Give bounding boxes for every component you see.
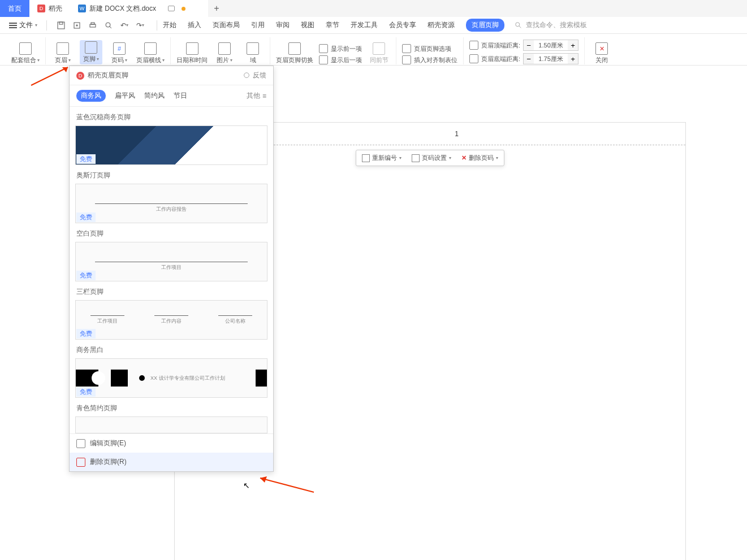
quick-access-toolbar: ↶▾ ↷▾ (56, 20, 145, 31)
top-increase[interactable]: + (568, 40, 578, 50)
ribbon-tabs: 开始 插入 页面布局 引用 审阅 视图 章节 开发工具 会员专享 稻壳资源 页眉… (163, 19, 504, 32)
command-search[interactable]: 查找命令、搜索模板 (515, 20, 587, 30)
svg-rect-1 (59, 22, 63, 24)
style-tabs: 商务风 扁平风 简约风 节日 其他 ≡ (70, 85, 273, 107)
search-icon (515, 21, 523, 29)
ribbon-tab-view[interactable]: 视图 (301, 20, 314, 30)
page-setup-icon (412, 154, 420, 162)
svg-rect-3 (90, 24, 96, 27)
field-button[interactable]: 域 (241, 42, 264, 64)
other-styles[interactable]: 其他 ≡ (247, 91, 266, 101)
chat-icon (243, 72, 251, 80)
tab-docer[interactable]: D 稻壳 (29, 0, 70, 17)
header-top-distance: 页眉顶端距离: −1.50厘米+ (469, 40, 578, 51)
dropdown-title: D稻壳页眉页脚 (76, 71, 128, 80)
hf-options-button[interactable]: 页眉页脚选项 (402, 44, 457, 53)
style-tab-business[interactable]: 商务风 (76, 90, 106, 102)
page-setup-button[interactable]: 页码设置▾ (408, 153, 455, 163)
header-floating-toolbar: 重新编号▾ 页码设置▾ ✕删除页码▾ (356, 150, 504, 166)
style-tab-festival[interactable]: 节日 (174, 91, 187, 101)
header-line-button[interactable]: 页眉横线▾ (136, 42, 165, 64)
docer-icon: D (37, 5, 45, 12)
redo-button[interactable]: ↷▾ (135, 20, 145, 31)
undo-button[interactable]: ↶▾ (119, 20, 129, 31)
ribbon-tab-layout[interactable]: 页面布局 (213, 20, 240, 30)
close-hf-button[interactable]: ✕关闭 (590, 42, 613, 64)
renumber-icon (362, 154, 370, 162)
renumber-button[interactable]: 重新编号▾ (359, 153, 405, 163)
datetime-button[interactable]: 日期和时间 (176, 42, 208, 64)
footer-bottom-distance: 页眉底端距离: −1.75厘米+ (469, 53, 578, 64)
edit-icon (76, 439, 85, 448)
show-next-button[interactable]: 显示后一项 (319, 55, 362, 64)
svg-point-5 (106, 23, 110, 27)
export-button[interactable] (72, 20, 82, 31)
add-tab-button[interactable]: + (208, 0, 225, 17)
template-item[interactable]: 青色简约页脚 (70, 398, 273, 433)
delete-icon (76, 458, 85, 467)
cursor-icon: ↖ (243, 481, 250, 490)
workspace: D稻壳页眉页脚 反馈 商务风 扁平风 简约风 节日 其他 ≡ 蓝色沉稳商务页脚 … (0, 66, 747, 560)
style-tab-flat[interactable]: 扁平风 (115, 91, 135, 101)
tab-home[interactable]: 首页 (0, 0, 29, 17)
bottom-increase[interactable]: + (568, 54, 578, 64)
ribbon-tab-start[interactable]: 开始 (163, 20, 176, 30)
template-list: 蓝色沉稳商务页脚 免费 奥斯汀页脚 工作内容报告免费 空白页脚 工作项目免费 三… (70, 107, 273, 433)
svg-point-7 (244, 72, 249, 77)
svg-line-8 (31, 67, 68, 85)
word-icon: W (78, 5, 86, 12)
footer-gallery-dropdown: D稻壳页眉页脚 反馈 商务风 扁平风 简约风 节日 其他 ≡ 蓝色沉稳商务页脚 … (69, 66, 274, 472)
ribbon-tab-member[interactable]: 会员专享 (389, 20, 416, 30)
hamburger-icon (9, 21, 17, 29)
bottom-value: 1.75厘米 (534, 55, 568, 63)
template-item[interactable]: 空白页脚 工作项目免费 (70, 223, 273, 281)
delete-icon: ✕ (461, 154, 467, 162)
unsaved-dot (182, 7, 185, 11)
tab-document[interactable]: W 新建 DOCX 文档.docx (70, 0, 208, 17)
docer-dot-icon: D (76, 72, 84, 80)
template-item[interactable]: 奥斯汀页脚 工作内容报告免费 (70, 165, 273, 223)
footer-button[interactable]: 页脚▾ (80, 40, 102, 64)
page-number: 1 (455, 130, 459, 138)
print-button[interactable] (88, 20, 98, 31)
ribbon-tab-docer[interactable]: 稻壳资源 (428, 20, 455, 30)
file-menu[interactable]: 文件 ▾ (6, 19, 41, 31)
template-item[interactable]: 蓝色沉稳商务页脚 免费 (70, 107, 273, 165)
svg-marker-9 (62, 67, 68, 72)
svg-rect-0 (58, 22, 64, 29)
header-button[interactable]: 页眉▾ (51, 42, 74, 64)
delete-page-number-button[interactable]: ✕删除页码▾ (458, 153, 502, 163)
style-tab-simple[interactable]: 简约风 (144, 91, 165, 101)
preview-button[interactable] (103, 20, 114, 31)
top-value: 1.50厘米 (534, 41, 568, 50)
svg-point-6 (516, 22, 520, 26)
ribbon-tab-chapter[interactable]: 章节 (326, 20, 339, 30)
show-prev-button[interactable]: 显示前一项 (319, 44, 362, 53)
menu-bar: 文件 ▾ ↶▾ ↷▾ 开始 插入 页面布局 引用 审阅 视图 章节 开发工具 会… (0, 17, 747, 34)
page-number-button[interactable]: #页码▾ (108, 42, 131, 64)
delete-footer-action[interactable]: 删除页脚(R) (70, 453, 273, 471)
bottom-decrease[interactable]: − (524, 54, 534, 64)
feedback-link[interactable]: 反馈 (243, 71, 266, 80)
ribbon-tab-headerfooter[interactable]: 页眉页脚 (466, 19, 504, 32)
combo-button[interactable]: 配套组合▾ (11, 42, 40, 64)
edit-footer-action[interactable]: 编辑页脚(E) (70, 434, 273, 453)
svg-rect-4 (91, 23, 94, 24)
ribbon-tab-references[interactable]: 引用 (251, 20, 265, 30)
insert-tab-button[interactable]: 插入对齐制表位 (402, 55, 457, 64)
ribbon-tab-review[interactable]: 审阅 (276, 20, 290, 30)
top-decrease[interactable]: − (524, 40, 534, 50)
device-icon (168, 6, 175, 11)
same-prev-button[interactable]: 同前节 (368, 42, 390, 64)
template-item[interactable]: 商务黑白 XX 设计学专业有限公司工作计划免费 (70, 340, 273, 398)
template-item[interactable]: 三栏页脚 工作项目工作内容公司名称免费 (70, 281, 273, 340)
ribbon-tab-developer[interactable]: 开发工具 (351, 20, 378, 30)
ribbon-content: 配套组合▾ 页眉▾ 页脚▾ #页码▾ 页眉横线▾ 日期和时间 图片▾ 域 页眉页… (0, 34, 747, 66)
ribbon-tab-insert[interactable]: 插入 (188, 20, 201, 30)
document-tabs: 首页 D 稻壳 W 新建 DOCX 文档.docx + (0, 0, 747, 17)
save-button[interactable] (56, 20, 66, 31)
picture-button[interactable]: 图片▾ (213, 42, 236, 64)
hf-switch-button[interactable]: 页眉页脚切换 (276, 42, 313, 64)
